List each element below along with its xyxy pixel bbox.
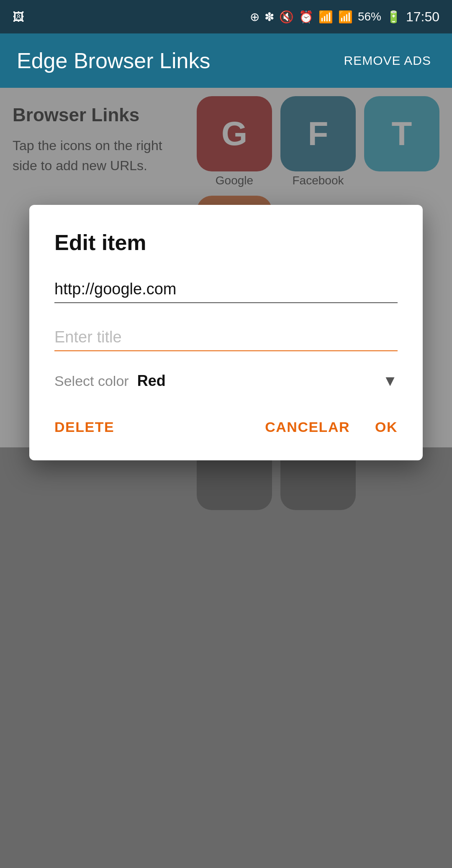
- status-bar: 🖼 ⊕ ✽ 🔇 ⏰ 📶 📶 56% 🔋 17:50: [0, 0, 452, 33]
- app-title: Edge Browser Links: [17, 48, 210, 73]
- bluetooth-icon: ✽: [265, 10, 274, 24]
- image-icon: 🖼: [13, 10, 24, 24]
- remove-ads-button[interactable]: REMOVE ADS: [340, 49, 435, 72]
- status-bar-right: ⊕ ✽ 🔇 ⏰ 📶 📶 56% 🔋 17:50: [250, 9, 439, 25]
- delete-button[interactable]: DELETE: [54, 415, 114, 439]
- status-bar-left: 🖼: [13, 10, 24, 24]
- app-bar: Edge Browser Links REMOVE ADS: [0, 33, 452, 88]
- dialog-actions: DELETE CANCELAR OK: [54, 415, 398, 439]
- alarm-add-icon: ⊕: [250, 10, 259, 24]
- battery-percent: 56%: [358, 10, 381, 23]
- ok-button[interactable]: OK: [375, 415, 398, 439]
- title-input[interactable]: [54, 324, 398, 351]
- color-select-value: Red: [137, 372, 383, 390]
- dialog-title: Edit item: [54, 230, 398, 255]
- title-field[interactable]: [54, 324, 398, 351]
- edit-item-dialog: Edit item Select color Red ▼ DELETE CANC…: [29, 205, 423, 460]
- chevron-down-icon[interactable]: ▼: [383, 372, 398, 390]
- status-time: 17:50: [406, 9, 439, 25]
- url-input[interactable]: [54, 276, 398, 303]
- signal-icon: 📶: [338, 10, 353, 24]
- wifi-icon: 📶: [318, 10, 333, 24]
- url-field[interactable]: [54, 276, 398, 303]
- color-select-row[interactable]: Select color Red ▼: [54, 372, 398, 390]
- mute-icon: 🔇: [279, 10, 294, 24]
- color-select-label: Select color: [54, 373, 129, 389]
- cancel-button[interactable]: CANCELAR: [265, 415, 350, 439]
- clock-icon: ⏰: [299, 10, 313, 24]
- battery-icon: 🔋: [386, 10, 401, 24]
